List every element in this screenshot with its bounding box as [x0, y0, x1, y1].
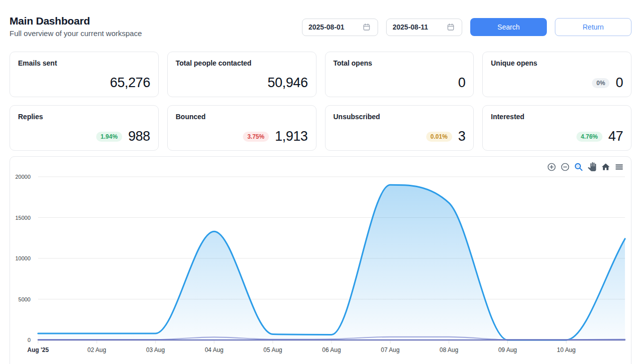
selection-zoom-icon[interactable] [573, 162, 583, 172]
dashboard-page: Main Dashboard Full overview of your cur… [0, 0, 641, 364]
stat-card-emails-sent: Emails sent 65,276 [10, 52, 159, 97]
return-button[interactable]: Return [555, 18, 631, 36]
header-controls: 2025-08-01 2025-08-11 Search [302, 18, 631, 36]
stat-card-interested: Interested 4.76% 47 [482, 105, 631, 151]
title-block: Main Dashboard Full overview of your cur… [10, 15, 142, 38]
svg-text:09 Aug: 09 Aug [498, 346, 517, 353]
stat-badge: 3.75% [243, 132, 269, 142]
stat-label: Replies [18, 113, 150, 121]
svg-text:08 Aug: 08 Aug [440, 346, 458, 353]
zoom-out-icon[interactable] [560, 162, 570, 172]
svg-text:02 Aug: 02 Aug [88, 346, 106, 353]
page-title: Main Dashboard [10, 15, 142, 27]
date-to-value: 2025-08-11 [393, 23, 428, 31]
stat-card-unsubscribed: Unsubscribed 0.01% 3 [325, 105, 474, 151]
stat-card-bounced: Bounced 3.75% 1,913 [167, 105, 316, 151]
chart-toolbar [546, 162, 624, 172]
page-subtitle: Full overview of your current workspace [10, 29, 142, 38]
stat-badge: 4.76% [576, 132, 602, 142]
stat-label: Unique opens [491, 59, 623, 67]
svg-text:10 Aug: 10 Aug [557, 346, 575, 353]
search-button[interactable]: Search [470, 18, 547, 36]
stat-label: Total opens [334, 59, 466, 67]
svg-text:10000: 10000 [15, 255, 31, 261]
stat-card-replies: Replies 1.94% 988 [10, 105, 159, 151]
stat-badge: 0.01% [426, 132, 452, 142]
home-icon[interactable] [600, 162, 610, 172]
stat-badge: 0% [592, 78, 609, 88]
calendar-icon [362, 22, 372, 32]
stat-card-people-contacted: Total people contacted 50,946 [167, 52, 316, 97]
svg-text:20000: 20000 [15, 174, 31, 180]
svg-text:04 Aug: 04 Aug [205, 346, 223, 353]
svg-text:05 Aug: 05 Aug [263, 346, 282, 353]
zoom-in-icon[interactable] [546, 162, 556, 172]
stat-badge: 1.94% [96, 132, 122, 142]
stat-label: Unsubscribed [334, 113, 466, 121]
header: Main Dashboard Full overview of your cur… [10, 0, 631, 38]
svg-text:Aug '25: Aug '25 [28, 346, 49, 353]
stat-value: 47 [608, 129, 623, 144]
menu-icon[interactable] [614, 162, 624, 172]
stat-card-unique-opens: Unique opens 0% 0 [482, 52, 631, 97]
date-from-input[interactable]: 2025-08-01 [302, 19, 378, 36]
traffic-area-chart: 05000100001500020000Aug '2502 Aug03 Aug0… [10, 157, 631, 364]
stat-label: Bounced [176, 113, 308, 121]
stat-label: Emails sent [18, 59, 150, 67]
chart-card: 05000100001500020000Aug '2502 Aug03 Aug0… [10, 156, 631, 364]
pan-icon[interactable] [587, 162, 597, 172]
date-from-value: 2025-08-01 [308, 23, 345, 31]
stats-grid: Emails sent 65,276 Total people contacte… [10, 52, 631, 151]
svg-text:07 Aug: 07 Aug [381, 346, 400, 353]
svg-text:15000: 15000 [15, 215, 31, 221]
stat-value: 0 [458, 75, 466, 91]
svg-text:06 Aug: 06 Aug [322, 346, 341, 353]
stat-label: Total people contacted [176, 59, 308, 67]
date-to-input[interactable]: 2025-08-11 [386, 19, 462, 36]
stat-value: 65,276 [110, 75, 150, 91]
stat-card-total-opens: Total opens 0 [325, 52, 474, 97]
calendar-icon [446, 22, 456, 32]
stat-value: 3 [458, 129, 466, 144]
stat-value: 0 [615, 75, 623, 91]
svg-text:5000: 5000 [19, 296, 31, 302]
svg-text:0: 0 [28, 337, 31, 343]
stat-value: 50,946 [267, 75, 307, 91]
stat-value: 1,913 [275, 129, 308, 144]
stat-value: 988 [128, 129, 150, 144]
svg-text:03 Aug: 03 Aug [146, 346, 165, 353]
stat-label: Interested [491, 113, 623, 121]
